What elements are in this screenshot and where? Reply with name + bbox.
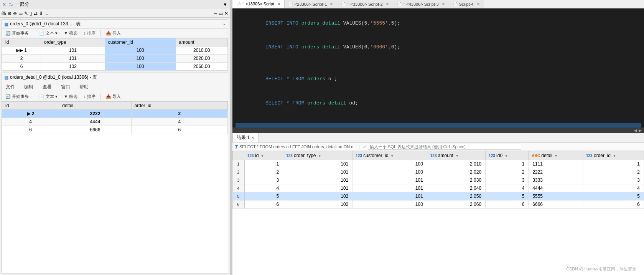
col-result-ordertype-header[interactable]: 123 order_type ▼ [283, 151, 352, 160]
cell-r-amount: 2,020 [427, 168, 485, 176]
editor-tab-4[interactable]: 📄 Script-4✕ [449, 0, 484, 8]
more-icon[interactable]: ... [44, 11, 48, 16]
cell-r-id: 6 [244, 200, 283, 209]
text-btn2[interactable]: 📄 文本 ▾ [37, 93, 59, 100]
menu-view[interactable]: 查看 [41, 83, 53, 91]
filter-sql-text: SELECT * FROM orders o LEFT JOIN orders_… [239, 144, 353, 149]
cell-detail-val: 2222 [59, 110, 131, 118]
editor-tab-2[interactable]: 📄*<33306> Script-2✕ [337, 0, 393, 8]
orders-row[interactable]: 2 101 100 2020.00 [2, 55, 228, 63]
col-amount-header: amount [176, 38, 227, 46]
import-btn2[interactable]: 📥 导入 [104, 93, 123, 100]
edit-icon[interactable]: ✎ [24, 11, 28, 16]
close-icon-top[interactable]: ✕ [224, 11, 228, 16]
detail-row[interactable]: 6 6666 6 [2, 126, 228, 134]
cell-detail-orderid: 4 [131, 118, 227, 126]
cell-r-customerid: 100 [352, 168, 427, 176]
cell-customer-id: 100 [105, 55, 176, 63]
col-result-orderid-header[interactable]: 123 order_id ▼ [583, 151, 644, 160]
col-result-amount-header[interactable]: 123 amount ▼ [427, 151, 485, 160]
begin-transaction-btn[interactable]: 🔄 开始事务 [3, 30, 31, 37]
rect-icon[interactable]: ▭ [18, 11, 23, 16]
zoom-in-icon[interactable]: ⊕ [8, 11, 12, 16]
col-result-id0-header[interactable]: 123 id0 ▼ [486, 151, 529, 160]
tab-close-icon[interactable]: ✕ [477, 2, 480, 6]
cell-detail-orderid: 6 [131, 126, 227, 134]
col-result-customerid-header[interactable]: 123 customer_id ▼ [352, 151, 427, 160]
orders-toolbar: 🔄 开始事务 📄 文本 ▾ ▼ 筛选 ↕ 排序 📥 导入 [2, 29, 228, 38]
tab-close-icon[interactable]: ✕ [330, 2, 333, 6]
orders-panel-more[interactable]: ▸ [224, 22, 226, 26]
orders-detail-toolbar: 🔄 开始事务 📄 文本 ▾ ▼ 筛选 ↕ 排序 📥 导入 [2, 92, 228, 101]
detail-row[interactable]: 4 4444 4 [2, 118, 228, 126]
grid-icon[interactable]: 品 [2, 10, 6, 17]
result-tab-close[interactable]: ✕ [251, 136, 254, 140]
arrows-icon[interactable]: ⇄ [34, 11, 38, 16]
zoom-out-icon[interactable]: ⊖ [13, 11, 17, 16]
tab-file-icon: 📄 [397, 2, 402, 6]
menu-window[interactable]: 窗口 [59, 83, 72, 91]
orders-titlebar: ▦ orders_0 @db1_0 (local 133... - 表 ▸ [2, 20, 228, 29]
cell-amount: 2010.00 [176, 46, 227, 55]
sep3 [34, 94, 34, 100]
tab-close-icon[interactable]: ✕ [277, 2, 280, 6]
import-btn[interactable]: 📥 导入 [104, 30, 123, 37]
orders-detail-panel: ▦ orders_detail_0 @db1_0 (local 13306) -… [2, 73, 228, 273]
result-row[interactable]: 4 4 101 101 2,040 4 4444 4 [233, 184, 644, 192]
result-row[interactable]: 3 3 101 101 2,030 3 3333 3 [233, 176, 644, 184]
filter-btn2[interactable]: ▼ 筛选 [62, 93, 79, 100]
tab-close-icon[interactable]: ✕ [386, 2, 389, 6]
editor-tab-0[interactable]: 📄*<13306> Script✕ [232, 0, 285, 8]
restore-icon[interactable]: ▭ [219, 11, 223, 16]
col-detail-id-header: id [2, 102, 59, 110]
result-row[interactable]: 2 2 101 100 2,020 2 2222 2 [233, 168, 644, 176]
cell-order-type: 101 [41, 46, 105, 55]
filter-sep: | [359, 144, 360, 149]
cell-r-customerid: 101 [352, 192, 427, 200]
editor-area[interactable]: INSERT INTO orders_detail VALUES(5,'5555… [232, 8, 644, 128]
cell-r-orderid: 6 [583, 200, 644, 209]
cell-r-detail: 3333 [529, 176, 583, 184]
result-row[interactable]: 5 5 102 101 2,050 5 5555 5 [233, 192, 644, 200]
orders-row[interactable]: ▶ 1 101 100 2010.00 [2, 46, 228, 55]
filter-btn[interactable]: ▼ 筛选 [62, 30, 79, 37]
filter-icon-small[interactable]: ▼ [223, 2, 227, 7]
close-x-icon[interactable]: ✕ [2, 2, 6, 7]
sort-btn[interactable]: ↕ 排序 [82, 30, 97, 37]
orders-row[interactable]: 6 102 100 2060.00 [2, 63, 228, 71]
scroll-left-icon[interactable]: ◀ [634, 128, 637, 133]
col-result-id-header[interactable]: 123 id ▼ [244, 151, 283, 160]
scroll-right-icon[interactable]: ▶ [639, 128, 642, 133]
watermark: CSDN @Huathy-雨落江南，浮生若步 [566, 266, 636, 272]
rect2-icon[interactable]: ▯ [30, 11, 32, 16]
result-tab-1[interactable]: 结果 1 ✕ [232, 133, 259, 142]
cell-r-customerid: 101 [352, 176, 427, 184]
cell-rownum: 2 [233, 168, 244, 176]
download-icon[interactable]: ⬇ [39, 11, 43, 16]
col-result-detail-header[interactable]: ABC detail ▼ [529, 151, 583, 160]
minimize-icon[interactable]: ─ [214, 11, 217, 16]
result-tabs-bar: 结果 1 ✕ [232, 133, 644, 143]
editor-line-4: SELECT * FROM orders_detail od; [236, 91, 641, 115]
result-row[interactable]: 1 1 101 100 2,010 1 1111 1 [233, 160, 644, 168]
begin-transaction-btn2[interactable]: 🔄 开始事务 [3, 93, 31, 100]
cell-r-ordertype: 102 [283, 192, 352, 200]
filter-input[interactable] [368, 144, 521, 150]
cell-r-id0: 3 [486, 176, 529, 184]
cell-r-detail: 4444 [529, 184, 583, 192]
cell-r-id0: 4 [486, 184, 529, 192]
result-row[interactable]: 6 6 102 100 2,060 6 6666 6 [233, 200, 644, 209]
sort-btn2[interactable]: ↕ 排序 [82, 93, 97, 100]
editor-line-1: INSERT INTO orders_detail VALUES(5,'5555… [236, 12, 641, 35]
tab-close-icon[interactable]: ✕ [442, 2, 445, 6]
detail-row[interactable]: ▶ 2 2222 2 [2, 110, 228, 118]
editor-tab-3[interactable]: 📄*<43306> Script-3✕ [393, 0, 449, 8]
tab-file-icon: 📄 [453, 2, 458, 6]
editor-scrollbar[interactable]: ◀ ▶ [232, 128, 644, 133]
editor-tab-1[interactable]: 📄<23306> Script-1✕ [285, 0, 337, 8]
menu-help[interactable]: 帮助 [78, 83, 90, 91]
menu-file[interactable]: 文件 [4, 83, 16, 91]
menu-edit[interactable]: 编辑 [23, 83, 35, 91]
sep1 [34, 30, 34, 36]
text-btn[interactable]: 📄 文本 ▾ [37, 30, 59, 37]
